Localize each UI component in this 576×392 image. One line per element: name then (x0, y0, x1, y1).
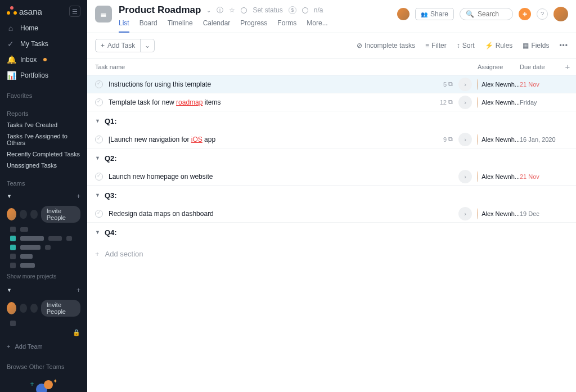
col-task-name[interactable]: Task name (87, 64, 430, 70)
fields-icon: ▦ (523, 42, 529, 49)
nav-home[interactable]: ⌂ Home (0, 20, 87, 36)
help-button[interactable]: ? (537, 8, 548, 20)
team-expand-2[interactable]: ▼ + (0, 283, 87, 298)
tab-list[interactable]: List (119, 19, 129, 33)
complete-toggle[interactable] (95, 80, 103, 88)
collapse-sidebar-button[interactable]: ☰ (69, 6, 80, 17)
complete-toggle[interactable] (95, 173, 103, 181)
open-details-button[interactable]: › (458, 78, 472, 91)
add-project-button[interactable]: + (76, 286, 80, 294)
section-header[interactable]: ▼ Q2: (87, 148, 576, 168)
rules-button[interactable]: ⚡Rules (485, 42, 513, 49)
share-button[interactable]: 👥 Share (415, 8, 454, 20)
col-assignee[interactable]: Assignee (478, 64, 520, 70)
star-icon[interactable]: ☆ (229, 6, 235, 14)
due-date[interactable]: Friday (520, 99, 559, 106)
invite-footer[interactable]: +✦ Invite your team and start collaborat… (0, 378, 87, 392)
browse-teams[interactable]: Browse Other Teams (0, 355, 87, 378)
open-details-button[interactable]: › (458, 170, 472, 183)
due-date[interactable]: 19 Dec (520, 210, 559, 217)
report-link[interactable]: Recently Completed Tasks (0, 148, 87, 160)
due-date[interactable]: 16 Jan, 2020 (520, 136, 559, 143)
section-header[interactable]: ▼ Q4: (87, 223, 576, 242)
project-item[interactable] (0, 243, 87, 252)
add-team-button[interactable]: + Add Team (0, 337, 87, 355)
search-field[interactable] (478, 10, 511, 18)
na-label: n/a (314, 6, 323, 14)
fields-button[interactable]: ▦Fields (523, 42, 549, 49)
sort-button[interactable]: ↕Sort (457, 42, 475, 49)
avatar (30, 210, 38, 219)
section-label: Q3: (105, 191, 117, 200)
tab-board[interactable]: Board (140, 19, 158, 33)
project-icon[interactable]: ≣ (95, 6, 112, 22)
lock-icon: 🔒 (73, 329, 80, 336)
tab-more[interactable]: More... (307, 19, 327, 33)
avatar (20, 210, 27, 219)
filter-button[interactable]: ≡Filter (425, 42, 447, 49)
project-item[interactable] (0, 261, 87, 270)
add-task-button[interactable]: +Add Task ⌄ (95, 39, 155, 52)
avatar[interactable] (397, 8, 410, 20)
subtask-count: 5 (443, 81, 447, 88)
task-name: Instructions for using this template (109, 80, 211, 88)
search-input[interactable]: 🔍 (460, 8, 513, 20)
info-icon[interactable]: ⓘ (217, 6, 223, 15)
project-item[interactable] (0, 319, 87, 328)
report-link[interactable]: Unassigned Tasks (0, 160, 87, 171)
global-add-button[interactable]: + (519, 8, 531, 20)
team-expand[interactable]: ▼ + (0, 189, 87, 204)
add-section-button[interactable]: + Add section (87, 242, 576, 266)
tab-calendar[interactable]: Calendar (203, 19, 231, 33)
more-actions-button[interactable]: ••• (559, 42, 568, 49)
tab-forms[interactable]: Forms (277, 19, 296, 33)
dollar-icon[interactable]: $ (289, 6, 296, 14)
sort-icon: ↕ (457, 42, 460, 49)
complete-toggle[interactable] (95, 210, 103, 218)
task-row[interactable]: Instructions for using this template 5⧉ … (87, 75, 576, 93)
invite-people-button[interactable]: Invite People (41, 300, 80, 317)
open-details-button[interactable]: › (458, 96, 472, 109)
task-row[interactable]: Redesign data maps on dashboard › Alex N… (87, 205, 576, 223)
chevron-down-icon[interactable]: ⌄ (206, 7, 211, 13)
profile-avatar[interactable] (554, 7, 568, 21)
show-more-projects[interactable]: Show more projects (0, 270, 87, 283)
col-due-date[interactable]: Due date (520, 64, 559, 70)
invite-people-button[interactable]: Invite People (41, 206, 80, 223)
complete-toggle[interactable] (95, 136, 103, 143)
add-task-caret[interactable]: ⌄ (140, 39, 154, 52)
section-header[interactable]: ▼ Q3: (87, 186, 576, 205)
add-column-button[interactable]: + (559, 62, 576, 71)
project-item[interactable] (0, 225, 87, 234)
report-link[interactable]: Tasks I've Created (0, 119, 87, 130)
nav-portfolios[interactable]: 📊 Portfolios (0, 67, 87, 83)
add-section-label: Add section (105, 250, 143, 258)
project-header: ≣ Product Roadmap ⌄ ⓘ ☆ Set status $ n/a… (87, 0, 576, 33)
status-indicator-icon[interactable] (241, 7, 247, 13)
completion-filter[interactable]: ⊘Incomplete tasks (357, 42, 415, 49)
nav-my-tasks[interactable]: ✓ My Tasks (0, 36, 87, 52)
asana-logo[interactable]: asana (7, 6, 42, 16)
tab-timeline[interactable]: Timeline (168, 19, 193, 33)
section-header[interactable]: ▼ Q1: (87, 111, 576, 130)
project-title[interactable]: Product Roadmap (119, 4, 201, 16)
add-project-button[interactable]: + (76, 192, 80, 200)
section-label: Q1: (105, 117, 117, 125)
due-date[interactable]: 21 Nov (520, 81, 559, 88)
privacy-indicator-icon[interactable] (302, 7, 308, 13)
due-date[interactable]: 21 Nov (520, 173, 559, 180)
task-row[interactable]: [Launch new navigation for iOS app 9⧉ › … (87, 130, 576, 148)
project-item[interactable] (0, 252, 87, 261)
avatar (478, 97, 478, 108)
complete-toggle[interactable] (95, 98, 103, 106)
open-details-button[interactable]: › (458, 133, 472, 146)
set-status-button[interactable]: Set status (253, 6, 282, 14)
report-link[interactable]: Tasks I've Assigned to Others (0, 130, 87, 148)
task-row[interactable]: Launch new homepage on website › Alex Ne… (87, 168, 576, 186)
open-details-button[interactable]: › (458, 207, 472, 220)
project-item[interactable] (0, 234, 87, 243)
tab-progress[interactable]: Progress (240, 19, 267, 33)
team-members-row: Invite People (0, 204, 87, 225)
nav-inbox[interactable]: 🔔 Inbox (0, 52, 87, 67)
task-row[interactable]: Template task for new roadmap items 12⧉ … (87, 93, 576, 111)
